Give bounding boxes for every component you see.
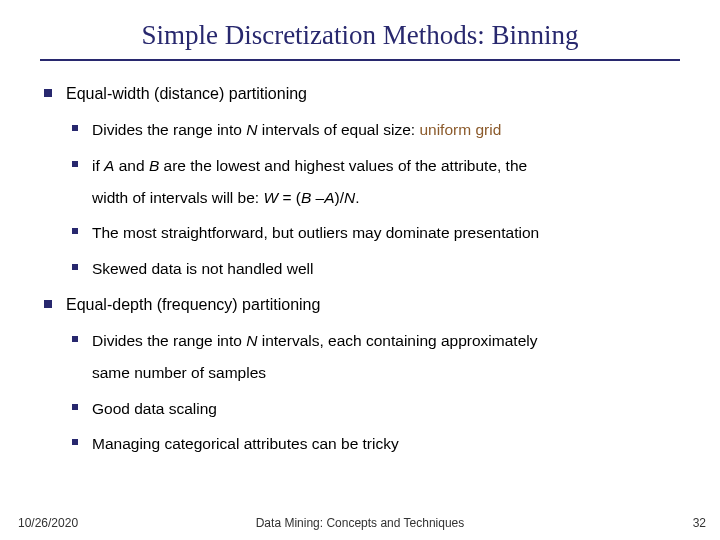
title-underline: [40, 59, 680, 61]
bullet-list-lvl2: Divides the range into N intervals of eq…: [66, 119, 680, 279]
text: –: [311, 189, 324, 206]
text: Divides the range into: [92, 332, 246, 349]
text: if: [92, 157, 104, 174]
text: .: [355, 189, 359, 206]
text: = (: [278, 189, 301, 206]
italic-text: W: [263, 189, 278, 206]
bullet-item: Managing categorical attributes can be t…: [66, 433, 680, 455]
text: )/: [335, 189, 344, 206]
section-heading: Equal-width (distance) partitioning: [66, 85, 307, 102]
bullet-item: Good data scaling: [66, 398, 680, 420]
section-equal-depth: Equal-depth (frequency) partitioning Div…: [40, 294, 680, 455]
text: and: [114, 157, 148, 174]
text: intervals of equal size:: [257, 121, 419, 138]
bullet-item: The most straightforward, but outliers m…: [66, 222, 680, 244]
footer-center: Data Mining: Concepts and Techniques: [0, 516, 720, 530]
slide-title: Simple Discretization Methods: Binning: [40, 20, 680, 51]
highlight-text: uniform grid: [419, 121, 501, 138]
italic-text: B: [301, 189, 311, 206]
italic-text: B: [149, 157, 159, 174]
bullet-list-lvl2: Divides the range into N intervals, each…: [66, 330, 680, 455]
italic-text: A: [324, 189, 334, 206]
bullet-list-lvl1: Equal-width (distance) partitioning Divi…: [40, 83, 680, 455]
text: intervals, each containing approximately: [257, 332, 537, 349]
section-heading: Equal-depth (frequency) partitioning: [66, 296, 320, 313]
text: Divides the range into: [92, 121, 246, 138]
bullet-item: Divides the range into N intervals, each…: [66, 330, 680, 383]
continuation-line: same number of samples: [92, 362, 680, 384]
slide-content: Equal-width (distance) partitioning Divi…: [40, 83, 680, 455]
text: are the lowest and highest values of the…: [159, 157, 527, 174]
italic-text: N: [246, 332, 257, 349]
slide: Simple Discretization Methods: Binning E…: [0, 0, 720, 540]
bullet-item: Skewed data is not handled well: [66, 258, 680, 280]
bullet-item: Divides the range into N intervals of eq…: [66, 119, 680, 141]
text: width of intervals will be:: [92, 189, 263, 206]
section-equal-width: Equal-width (distance) partitioning Divi…: [40, 83, 680, 280]
continuation-line: width of intervals will be: W = (B –A)/N…: [92, 187, 680, 209]
bullet-item: if A and B are the lowest and highest va…: [66, 155, 680, 208]
italic-text: A: [104, 157, 114, 174]
footer-page-number: 32: [693, 516, 706, 530]
italic-text: N: [246, 121, 257, 138]
italic-text: N: [344, 189, 355, 206]
